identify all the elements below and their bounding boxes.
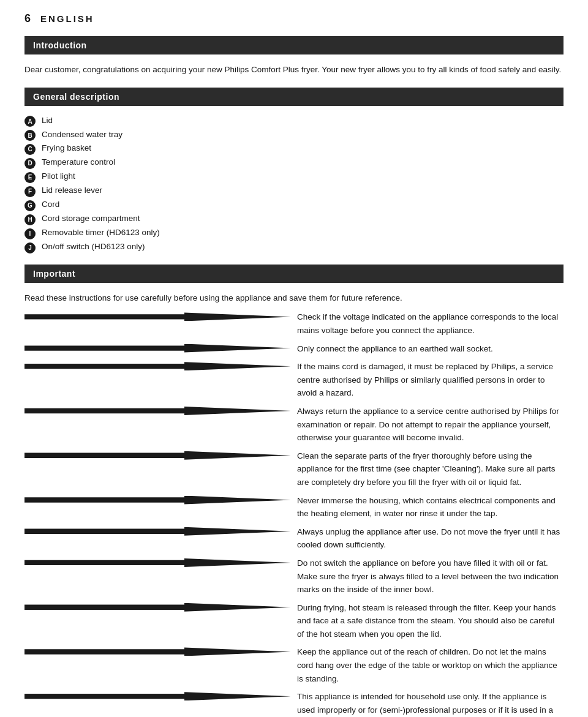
desc-item: JOn/off switch (HD6123 only) xyxy=(24,241,564,253)
important-bullet-item: Always unplug the appliance after use. D… xyxy=(24,525,564,552)
bullet-arrow-icon xyxy=(24,362,291,370)
important-header: Important xyxy=(24,265,564,283)
bullet-text: Always return the appliance to a service… xyxy=(297,405,564,445)
bullet-text: This appliance is intended for household… xyxy=(297,690,564,717)
bullet-arrow-icon xyxy=(24,451,291,460)
desc-item-letter: E xyxy=(24,172,36,183)
general-description-header: General description xyxy=(24,88,564,106)
important-bullet-item: During frying, hot steam is released thr… xyxy=(24,601,564,641)
desc-item-label: Temperature control xyxy=(42,156,115,169)
desc-item-letter: C xyxy=(24,144,36,155)
introduction-header: Introduction xyxy=(24,36,564,54)
bullet-arrow-icon xyxy=(24,407,291,415)
general-description-section: General description ALidBCondensed water… xyxy=(24,88,564,253)
desc-item-letter: D xyxy=(24,158,36,169)
important-bullet-item: Check if the voltage indicated on the ap… xyxy=(24,310,564,337)
desc-item-letter: B xyxy=(24,130,36,141)
page-number: 6 xyxy=(24,12,31,25)
desc-item-label: Condensed water tray xyxy=(42,129,123,141)
page-language: ENGLISH xyxy=(40,13,94,24)
bullet-arrow-icon xyxy=(24,692,291,700)
desc-item-letter: A xyxy=(24,116,36,127)
bullet-text: Do not switch the appliance on before yo… xyxy=(297,557,564,596)
desc-item: DTemperature control xyxy=(24,156,564,169)
desc-item: CFrying basket xyxy=(24,142,564,155)
bullet-arrow-icon xyxy=(24,558,291,567)
desc-item: FLid release lever xyxy=(24,184,564,197)
bullet-text: Keep the appliance out of the reach of c… xyxy=(297,645,564,685)
bullet-text: Clean the separate parts of the fryer th… xyxy=(297,449,564,489)
desc-item-label: Lid xyxy=(42,114,53,127)
important-intro-text: Read these instructions for use carefull… xyxy=(24,291,564,305)
page-header: 6 ENGLISH xyxy=(24,12,564,25)
desc-item-label: Pilot light xyxy=(42,170,75,183)
bullet-arrow-icon xyxy=(24,603,291,612)
desc-item-letter: I xyxy=(24,228,36,239)
desc-item: GCord xyxy=(24,198,564,211)
bullet-text: Always unplug the appliance after use. D… xyxy=(297,525,564,552)
introduction-section: Introduction Dear customer, congratulati… xyxy=(24,36,564,77)
bullet-text: Never immerse the housing, which contain… xyxy=(297,494,564,520)
bullet-arrow-icon xyxy=(24,312,291,321)
desc-item-label: Removable timer (HD6123 only) xyxy=(42,227,160,239)
desc-item-letter: F xyxy=(24,186,36,197)
desc-item-label: Cord xyxy=(42,198,59,211)
important-bullet-item: Always return the appliance to a service… xyxy=(24,405,564,445)
desc-item-letter: G xyxy=(24,200,36,211)
desc-item-letter: J xyxy=(24,242,36,253)
desc-item-label: Cord storage compartment xyxy=(42,212,140,225)
desc-item: BCondensed water tray xyxy=(24,129,564,141)
bullet-arrow-icon xyxy=(24,496,291,505)
important-bullet-item: This appliance is intended for household… xyxy=(24,690,564,717)
desc-item-label: Frying basket xyxy=(42,142,91,155)
desc-item-label: Lid release lever xyxy=(42,184,102,197)
bullet-arrow-icon xyxy=(24,527,291,536)
important-bullet-item: Keep the appliance out of the reach of c… xyxy=(24,645,564,685)
desc-item-letter: H xyxy=(24,214,36,225)
bullet-text: During frying, hot steam is released thr… xyxy=(297,601,564,641)
important-bullet-item: If the mains cord is damaged, it must be… xyxy=(24,360,564,400)
desc-item: EPilot light xyxy=(24,170,564,183)
desc-item: HCord storage compartment xyxy=(24,212,564,225)
desc-item-label: On/off switch (HD6123 only) xyxy=(42,241,145,253)
important-bullet-item: Clean the separate parts of the fryer th… xyxy=(24,449,564,489)
important-bullet-item: Do not switch the appliance on before yo… xyxy=(24,557,564,596)
bullet-text: If the mains cord is damaged, it must be… xyxy=(297,360,564,400)
introduction-text: Dear customer, congratulations on acquir… xyxy=(24,63,564,77)
important-bullet-item: Only connect the appliance to an earthed… xyxy=(24,342,564,356)
important-bullet-item: Never immerse the housing, which contain… xyxy=(24,494,564,520)
bullet-arrow-icon xyxy=(24,344,291,353)
bullet-arrow-icon xyxy=(24,647,291,656)
bullet-text: Only connect the appliance to an earthed… xyxy=(297,342,564,356)
desc-item: IRemovable timer (HD6123 only) xyxy=(24,227,564,239)
desc-item: ALid xyxy=(24,114,564,127)
bullet-text: Check if the voltage indicated on the ap… xyxy=(297,310,564,337)
important-section: Important Read these instructions for us… xyxy=(24,265,564,717)
important-bullets: Check if the voltage indicated on the ap… xyxy=(24,310,564,717)
description-list: ALidBCondensed water trayCFrying basketD… xyxy=(24,114,564,253)
